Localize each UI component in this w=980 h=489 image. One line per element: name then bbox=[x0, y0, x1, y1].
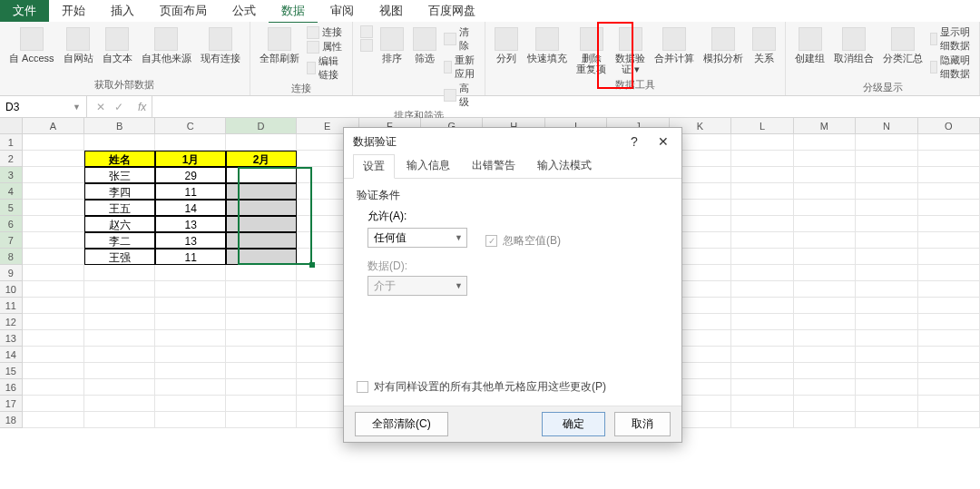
cell[interactable] bbox=[856, 298, 917, 314]
cell[interactable] bbox=[23, 183, 84, 200]
allow-select[interactable]: 任何值 ▼ bbox=[368, 228, 467, 248]
cell[interactable] bbox=[918, 396, 980, 412]
cell[interactable] bbox=[856, 134, 917, 151]
row-header[interactable]: 3 bbox=[0, 167, 23, 183]
cell[interactable] bbox=[226, 265, 297, 281]
row-header[interactable]: 4 bbox=[0, 183, 23, 200]
cell[interactable] bbox=[731, 216, 793, 232]
cell[interactable] bbox=[226, 396, 297, 412]
cell[interactable] bbox=[155, 298, 226, 314]
tab-error-alert[interactable]: 出错警告 bbox=[462, 153, 525, 178]
cell[interactable] bbox=[731, 379, 793, 396]
cell[interactable] bbox=[794, 232, 856, 249]
cell[interactable]: 王强 bbox=[84, 249, 155, 265]
edit-links-link[interactable]: 编辑链接 bbox=[307, 54, 346, 82]
row-header[interactable]: 2 bbox=[0, 151, 23, 167]
cell[interactable] bbox=[23, 314, 84, 330]
row-header[interactable]: 8 bbox=[0, 249, 23, 265]
from-web-button[interactable]: 自网站 bbox=[62, 25, 95, 65]
cell[interactable] bbox=[23, 216, 84, 232]
cell[interactable] bbox=[226, 232, 297, 249]
cell[interactable] bbox=[23, 200, 84, 216]
cell[interactable] bbox=[918, 281, 980, 298]
col-C[interactable]: C bbox=[155, 118, 226, 134]
existing-connections-button[interactable]: 现有连接 bbox=[199, 25, 242, 65]
row-header[interactable]: 1 bbox=[0, 134, 23, 151]
cell[interactable] bbox=[84, 298, 155, 314]
cell[interactable] bbox=[856, 396, 917, 412]
hide-detail-link[interactable]: 隐藏明细数据 bbox=[930, 54, 972, 81]
file-tab[interactable]: 文件 bbox=[0, 0, 49, 22]
apply-all-checkbox[interactable]: 对有同样设置的所有其他单元格应用这些更改(P) bbox=[357, 379, 606, 395]
cell[interactable] bbox=[794, 249, 856, 265]
row-header[interactable]: 16 bbox=[0, 379, 23, 396]
cell[interactable] bbox=[23, 167, 84, 183]
cell[interactable] bbox=[226, 412, 297, 428]
cell[interactable] bbox=[84, 281, 155, 298]
refresh-all-button[interactable]: 全部刷新 bbox=[258, 25, 301, 65]
cell[interactable] bbox=[23, 298, 84, 314]
cell[interactable] bbox=[856, 151, 917, 167]
cell[interactable] bbox=[226, 281, 297, 298]
cell[interactable] bbox=[794, 265, 856, 281]
cell[interactable]: 姓名 bbox=[84, 151, 155, 167]
ignore-blank-checkbox[interactable]: ✓ 忽略空值(B) bbox=[485, 233, 561, 249]
sort-button[interactable]: 排序 bbox=[378, 25, 406, 65]
dialog-help-button[interactable]: ? bbox=[620, 130, 649, 153]
cell[interactable] bbox=[731, 183, 793, 200]
relationships-button[interactable]: 关系 bbox=[750, 25, 778, 65]
cell[interactable] bbox=[856, 232, 917, 249]
cell[interactable] bbox=[84, 412, 155, 428]
cell[interactable] bbox=[918, 249, 980, 265]
menu-page-layout[interactable]: 页面布局 bbox=[147, 0, 220, 22]
cell[interactable] bbox=[731, 412, 793, 428]
cell[interactable] bbox=[155, 412, 226, 428]
cancel-button[interactable]: 取消 bbox=[614, 412, 671, 436]
text-to-columns-button[interactable]: 分列 bbox=[493, 25, 520, 65]
menu-formulas[interactable]: 公式 bbox=[220, 0, 269, 22]
cell[interactable] bbox=[226, 183, 297, 200]
row-header[interactable]: 15 bbox=[0, 363, 23, 379]
cell[interactable]: 1月 bbox=[155, 151, 226, 167]
cell[interactable] bbox=[856, 347, 917, 363]
cell[interactable] bbox=[918, 363, 980, 379]
confirm-icon[interactable]: ✓ bbox=[114, 101, 123, 113]
cell[interactable] bbox=[856, 412, 917, 428]
cell[interactable] bbox=[731, 134, 793, 151]
cell[interactable] bbox=[794, 298, 856, 314]
cell[interactable] bbox=[155, 265, 226, 281]
cell[interactable] bbox=[918, 134, 980, 151]
cell[interactable] bbox=[731, 151, 793, 167]
cell[interactable] bbox=[84, 265, 155, 281]
cell[interactable] bbox=[794, 216, 856, 232]
cell[interactable] bbox=[794, 330, 856, 347]
fill-handle[interactable] bbox=[309, 262, 315, 268]
cell[interactable] bbox=[155, 134, 226, 151]
cell[interactable] bbox=[23, 249, 84, 265]
from-text-button[interactable]: 自文本 bbox=[101, 25, 134, 65]
cell[interactable] bbox=[23, 265, 84, 281]
from-access-button[interactable]: 自 Access bbox=[7, 25, 56, 65]
reapply-link[interactable]: 重新应用 bbox=[444, 54, 477, 81]
menu-baidu[interactable]: 百度网盘 bbox=[416, 0, 488, 22]
dialog-close-button[interactable]: ✕ bbox=[649, 130, 678, 153]
row-header[interactable]: 12 bbox=[0, 314, 23, 330]
remove-duplicates-button[interactable]: 删除 重复项 bbox=[574, 25, 608, 76]
subtotal-button[interactable]: 分类汇总 bbox=[881, 25, 925, 65]
cell[interactable]: 13 bbox=[155, 232, 226, 249]
cell[interactable] bbox=[856, 281, 917, 298]
cell[interactable]: 11 bbox=[155, 183, 226, 200]
cell[interactable] bbox=[918, 379, 980, 396]
cell[interactable] bbox=[226, 167, 297, 183]
row-header[interactable]: 11 bbox=[0, 298, 23, 314]
cell[interactable]: 李二 bbox=[84, 232, 155, 249]
cell[interactable] bbox=[918, 232, 980, 249]
whatif-button[interactable]: 模拟分析 bbox=[701, 25, 745, 65]
col-B[interactable]: B bbox=[84, 118, 155, 134]
cell[interactable] bbox=[856, 265, 917, 281]
cell[interactable] bbox=[918, 412, 980, 428]
cell[interactable] bbox=[84, 314, 155, 330]
cell[interactable] bbox=[155, 314, 226, 330]
clear-filter-link[interactable]: 清除 bbox=[444, 25, 477, 53]
cell[interactable] bbox=[23, 412, 84, 428]
